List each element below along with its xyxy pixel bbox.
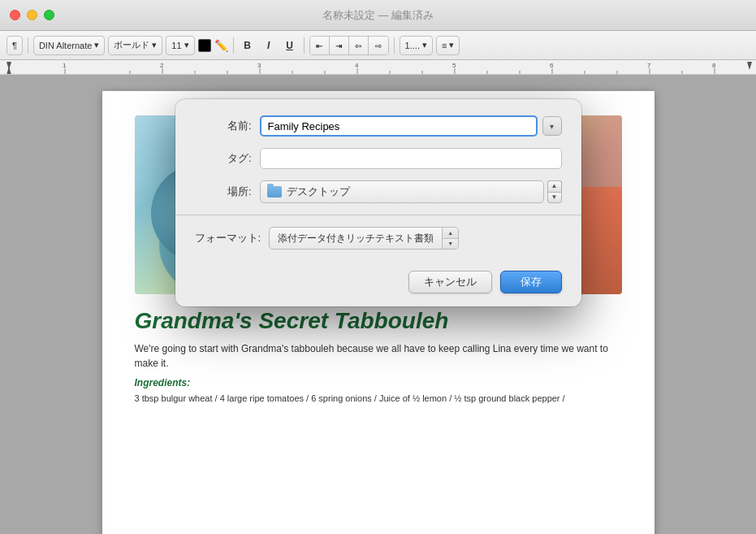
svg-text:8: 8 bbox=[712, 62, 716, 69]
folder-icon bbox=[267, 186, 282, 198]
align-justify-button[interactable]: ⇨ bbox=[369, 37, 388, 55]
ruler-svg: 1 2 3 4 5 6 7 8 bbox=[0, 60, 756, 74]
name-input[interactable] bbox=[260, 115, 538, 137]
svg-text:2: 2 bbox=[160, 62, 164, 69]
ruler: 1 2 3 4 5 6 7 8 bbox=[0, 60, 756, 75]
location-label: 場所: bbox=[195, 185, 252, 199]
format-stepper[interactable]: ▲ ▼ bbox=[443, 227, 459, 250]
stepper-up-button[interactable]: ▲ bbox=[547, 180, 562, 192]
chevron-down-icon: ▾ bbox=[449, 40, 454, 50]
document-area: Grandma's Secret Tabbouleh We're going t… bbox=[0, 75, 756, 534]
format-select-container: 添付データ付きリッチテキスト書類 ▲ ▼ bbox=[269, 227, 459, 250]
text-color-button[interactable] bbox=[198, 39, 211, 52]
chevron-down-icon: ▾ bbox=[422, 40, 427, 50]
location-value: デスクトップ bbox=[287, 185, 350, 199]
svg-rect-0 bbox=[0, 60, 756, 74]
location-content: デスクトップ bbox=[267, 185, 350, 199]
name-label: 名前: bbox=[195, 119, 252, 133]
format-label: フォーマット: bbox=[195, 231, 261, 245]
toolbar-separator bbox=[394, 37, 395, 54]
tags-label: タグ: bbox=[195, 151, 252, 166]
format-value: 添付データ付きリッチテキスト書類 bbox=[278, 232, 434, 245]
format-row: フォーマット: 添付データ付きリッチテキスト書類 ▲ ▼ bbox=[175, 227, 581, 250]
list-options-button[interactable]: ≡ ▾ bbox=[436, 36, 460, 55]
location-select[interactable]: デスクトップ bbox=[260, 180, 544, 203]
eraser-icon[interactable]: ✏️ bbox=[214, 39, 228, 52]
svg-text:4: 4 bbox=[355, 62, 359, 69]
svg-text:3: 3 bbox=[257, 62, 261, 69]
chevron-down-icon: ▾ bbox=[94, 40, 99, 50]
paragraph-button[interactable]: ¶ bbox=[6, 36, 23, 55]
toolbar-separator bbox=[304, 37, 305, 54]
list-style-button[interactable]: 1.... ▾ bbox=[400, 36, 433, 55]
format-select[interactable]: 添付データ付きリッチテキスト書類 bbox=[269, 227, 443, 250]
location-stepper[interactable]: ▲ ▼ bbox=[547, 180, 562, 203]
toolbar-separator bbox=[233, 37, 234, 54]
italic-button[interactable]: I bbox=[260, 37, 278, 54]
cancel-button[interactable]: キャンセル bbox=[408, 271, 492, 293]
save-button[interactable]: 保存 bbox=[500, 271, 562, 293]
dialog-actions: キャンセル 保存 bbox=[175, 261, 581, 306]
align-center-button[interactable]: ⇥ bbox=[330, 37, 349, 55]
window-title: 名称未設定 — 編集済み bbox=[322, 8, 434, 23]
format-stepper-up[interactable]: ▲ bbox=[443, 228, 458, 239]
align-left-button[interactable]: ⇤ bbox=[310, 37, 330, 55]
close-button[interactable] bbox=[10, 10, 20, 20]
format-stepper-down[interactable]: ▼ bbox=[443, 239, 458, 250]
dialog-divider bbox=[175, 215, 581, 215]
svg-text:6: 6 bbox=[550, 62, 554, 69]
svg-text:1: 1 bbox=[63, 62, 67, 69]
underline-button[interactable]: U bbox=[281, 37, 299, 54]
paragraph-icon: ¶ bbox=[12, 41, 17, 50]
minimize-button[interactable] bbox=[27, 10, 37, 20]
save-dialog: 名前: ▾ タグ: 場所: デスクトップ bbox=[175, 99, 581, 306]
svg-text:5: 5 bbox=[452, 62, 456, 69]
window-controls bbox=[10, 10, 54, 20]
dialog-content: 名前: ▾ タグ: 場所: デスクトップ bbox=[175, 99, 581, 203]
location-row: 場所: デスクトップ ▲ ▼ bbox=[195, 180, 562, 203]
name-row: 名前: ▾ bbox=[195, 115, 562, 137]
font-style-selector[interactable]: ボールド ▾ bbox=[108, 36, 162, 55]
maximize-button[interactable] bbox=[44, 10, 54, 20]
chevron-down-icon: ▾ bbox=[184, 40, 189, 50]
chevron-down-icon: ▾ bbox=[152, 40, 157, 50]
font-size-selector[interactable]: 11 ▾ bbox=[166, 36, 194, 55]
dialog-overlay: 名前: ▾ タグ: 場所: デスクトップ bbox=[0, 75, 756, 534]
tags-input[interactable] bbox=[260, 148, 562, 169]
align-right-button[interactable]: ⇦ bbox=[349, 37, 369, 55]
tags-row: タグ: bbox=[195, 148, 562, 169]
toolbar: ¶ DIN Alternate ▾ ボールド ▾ 11 ▾ ✏️ B I U ⇤… bbox=[0, 31, 756, 60]
bold-button[interactable]: B bbox=[239, 37, 257, 54]
svg-text:7: 7 bbox=[647, 62, 651, 69]
expand-button[interactable]: ▾ bbox=[542, 116, 562, 136]
stepper-down-button[interactable]: ▼ bbox=[547, 192, 562, 204]
font-family-selector[interactable]: DIN Alternate ▾ bbox=[33, 36, 105, 55]
title-bar: 名称未設定 — 編集済み bbox=[0, 0, 756, 31]
alignment-buttons: ⇤ ⇥ ⇦ ⇨ bbox=[309, 36, 389, 55]
toolbar-separator bbox=[28, 37, 28, 54]
